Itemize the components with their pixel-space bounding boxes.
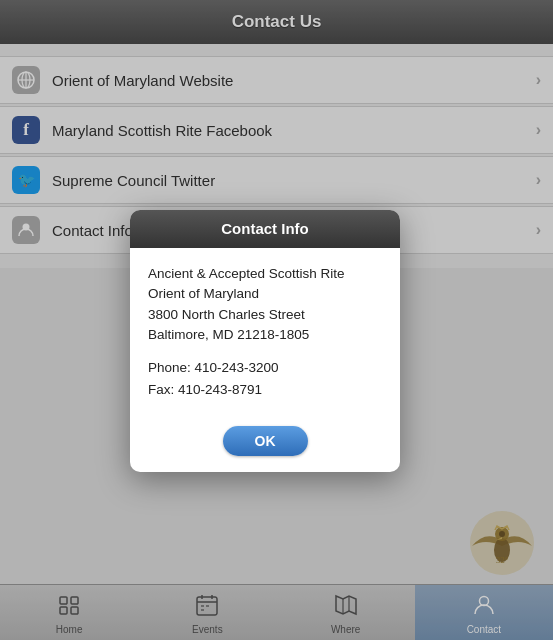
ok-button[interactable]: OK [223,426,308,456]
modal-footer: OK [130,416,400,472]
modal-address: Ancient & Accepted Scottish Rite Orient … [148,264,382,345]
modal-title: Contact Info [221,220,309,237]
contact-info-modal: Contact Info Ancient & Accepted Scottish… [130,210,400,472]
modal-header: Contact Info [130,210,400,248]
modal-body: Ancient & Accepted Scottish Rite Orient … [130,248,400,416]
modal-phone: Phone: 410-243-3200 Fax: 410-243-8791 [148,357,382,400]
